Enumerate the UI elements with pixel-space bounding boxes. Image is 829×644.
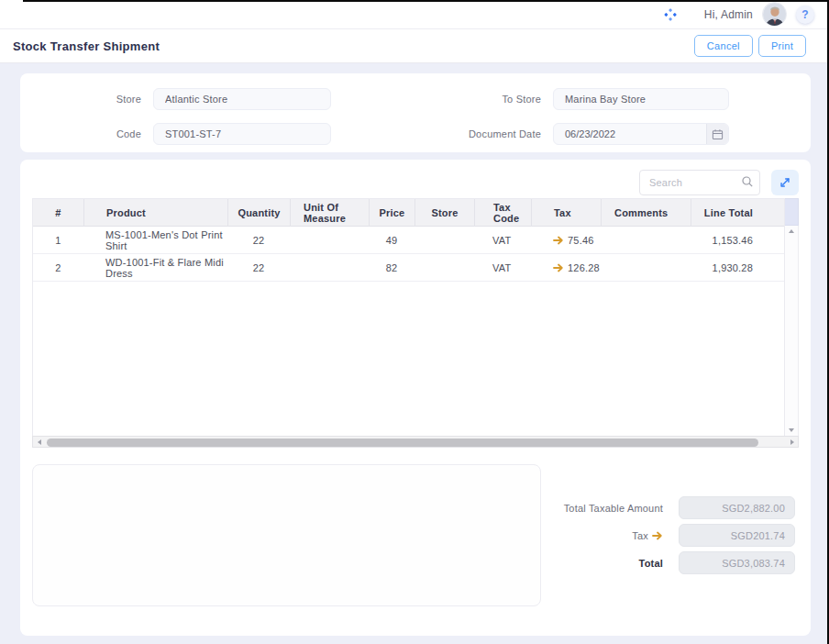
row-uom-cell xyxy=(290,254,369,281)
row-price-cell: 82 xyxy=(369,254,414,281)
store-label: Store xyxy=(20,94,153,105)
row-num-cell: 1 xyxy=(33,227,83,253)
row-line-total-cell: 1,930.28 xyxy=(691,254,784,281)
col-header-num[interactable]: # xyxy=(33,199,83,227)
row-uom-cell xyxy=(290,227,369,253)
total-row: Total SGD3,083.74 xyxy=(639,551,795,574)
row-line-total-cell: 1,153.46 xyxy=(691,227,784,253)
lines-grid: # Product Quantity Unit Of Measure Price… xyxy=(32,198,799,436)
document-date-input[interactable] xyxy=(554,124,706,144)
tax-label: Tax xyxy=(632,530,663,541)
vertical-scrollbar-track[interactable] xyxy=(785,226,799,436)
row-tax-code-cell: VAT xyxy=(474,227,531,253)
store-input[interactable] xyxy=(153,88,331,110)
total-taxable-value: SGD2,882.00 xyxy=(679,496,795,519)
totals-panel: Total Taxable Amount SGD2,882.00 Tax SGD… xyxy=(541,464,799,606)
row-comments-cell xyxy=(601,227,691,253)
row-tax-code-cell: VAT xyxy=(474,254,531,281)
lines-card: # Product Quantity Unit Of Measure Price… xyxy=(20,160,811,636)
footer-block: Total Taxable Amount SGD2,882.00 Tax SGD… xyxy=(32,464,799,606)
row-product-cell: WD-1001-Fit & Flare Midi Dress xyxy=(83,254,227,281)
col-header-product[interactable]: Product xyxy=(83,199,227,227)
total-taxable-label: Total Taxable Amount xyxy=(564,503,663,514)
col-header-price[interactable]: Price xyxy=(369,199,414,227)
horizontal-scrollbar-thumb[interactable] xyxy=(47,439,758,447)
top-bar: Hi, Admin ? xyxy=(0,0,829,29)
row-tax-cell: 75.46 xyxy=(531,227,601,253)
search-field xyxy=(639,170,760,195)
scroll-down-icon[interactable] xyxy=(789,428,794,432)
tax-arrow-icon xyxy=(553,236,564,245)
scrollbar-header-stub xyxy=(785,198,799,226)
form-row-2: Code Document Date xyxy=(20,123,811,145)
grid-rows: 1 MS-1001-Men's Dot Print Shirt 22 49 VA… xyxy=(33,227,784,282)
expand-icon xyxy=(779,176,791,189)
total-taxable-row: Total Taxable Amount SGD2,882.00 xyxy=(564,496,795,519)
col-header-uom[interactable]: Unit Of Measure xyxy=(290,199,369,227)
page-content: Store To Store Code Document Date xyxy=(0,63,829,636)
scroll-up-icon[interactable] xyxy=(789,229,794,233)
total-value: SGD3,083.74 xyxy=(679,551,795,574)
col-header-tax-code[interactable]: Tax Code xyxy=(474,199,531,227)
grid-empty-area xyxy=(33,282,784,436)
user-avatar[interactable] xyxy=(762,2,787,27)
row-quantity-cell: 22 xyxy=(227,227,290,253)
table-toolbar xyxy=(32,170,799,195)
row-tax-cell: 126.28 xyxy=(531,254,601,281)
tax-arrow-icon xyxy=(652,531,663,540)
remarks-textarea[interactable] xyxy=(32,464,541,606)
total-label: Total xyxy=(639,558,663,569)
tax-arrow-icon xyxy=(553,263,564,272)
table-row[interactable]: 2 WD-1001-Fit & Flare Midi Dress 22 82 V… xyxy=(33,254,784,282)
col-header-comments[interactable]: Comments xyxy=(601,199,691,227)
print-button[interactable]: Print xyxy=(758,35,806,57)
col-header-tax[interactable]: Tax xyxy=(531,199,601,227)
row-store-cell xyxy=(414,254,474,281)
calendar-icon[interactable] xyxy=(706,124,728,144)
title-actions: Cancel Print xyxy=(694,35,806,57)
document-date-field xyxy=(553,123,729,145)
app-window: Hi, Admin ? Stock Transfer Shipment Canc… xyxy=(0,0,829,644)
row-comments-cell xyxy=(601,254,691,281)
title-bar: Stock Transfer Shipment Cancel Print xyxy=(0,29,829,63)
row-product-cell: MS-1001-Men's Dot Print Shirt xyxy=(83,227,227,253)
scroll-right-icon[interactable] xyxy=(786,437,798,447)
search-icon xyxy=(741,175,754,188)
to-store-input[interactable] xyxy=(553,88,729,110)
vertical-scrollbar xyxy=(785,198,799,436)
row-store-cell xyxy=(414,227,474,253)
form-row-1: Store To Store xyxy=(20,88,811,110)
horizontal-scrollbar-track[interactable] xyxy=(45,437,786,447)
to-store-label: To Store xyxy=(331,94,553,105)
row-num-cell: 2 xyxy=(33,254,83,281)
col-header-line-total[interactable]: Line Total xyxy=(691,199,784,227)
document-date-label: Document Date xyxy=(331,128,553,139)
col-header-store[interactable]: Store xyxy=(414,199,474,227)
header-form-card: Store To Store Code Document Date xyxy=(20,73,811,152)
grid-body: # Product Quantity Unit Of Measure Price… xyxy=(32,198,785,436)
expand-grid-button[interactable] xyxy=(771,170,799,195)
tax-row: Tax SGD201.74 xyxy=(632,524,795,547)
page-title: Stock Transfer Shipment xyxy=(13,39,160,53)
tax-value: SGD201.74 xyxy=(679,524,795,547)
user-greeting: Hi, Admin xyxy=(704,8,753,21)
help-icon[interactable]: ? xyxy=(796,6,814,24)
window-frame-top xyxy=(23,0,829,2)
table-row[interactable]: 1 MS-1001-Men's Dot Print Shirt 22 49 VA… xyxy=(33,227,784,254)
code-label: Code xyxy=(20,128,153,139)
row-quantity-cell: 22 xyxy=(227,254,290,281)
grid-header-row: # Product Quantity Unit Of Measure Price… xyxy=(33,199,784,227)
col-header-quantity[interactable]: Quantity xyxy=(227,199,290,227)
code-input[interactable] xyxy=(153,123,331,145)
apps-dots-icon[interactable] xyxy=(664,8,677,21)
scroll-left-icon[interactable] xyxy=(33,437,45,447)
cancel-button[interactable]: Cancel xyxy=(694,35,753,57)
horizontal-scrollbar xyxy=(32,436,799,448)
row-price-cell: 49 xyxy=(369,227,414,253)
